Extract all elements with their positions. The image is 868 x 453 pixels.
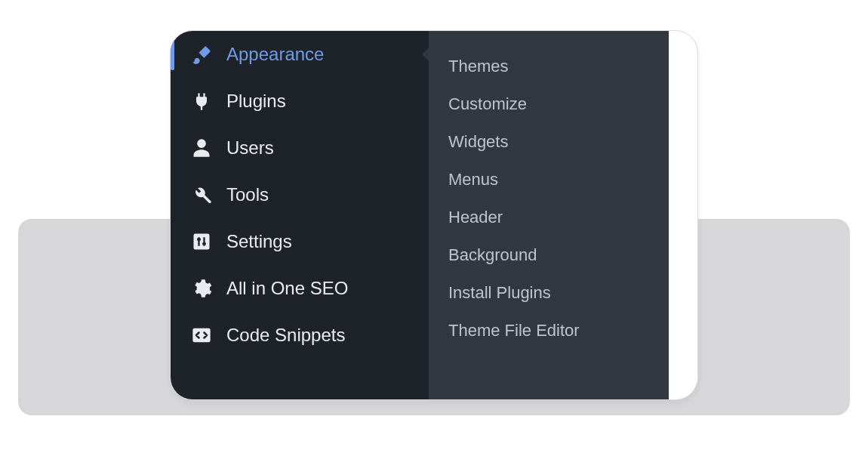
sidebar-item-plugins[interactable]: Plugins	[171, 78, 429, 125]
appearance-submenu: Themes Customize Widgets Menus Header Ba…	[429, 31, 669, 399]
sidebar-item-label: Code Snippets	[226, 325, 345, 346]
code-icon	[190, 324, 213, 347]
plug-icon	[190, 90, 213, 112]
admin-panel-card: Appearance Plugins Users Tools Se	[170, 30, 698, 400]
sidebar-item-label: Users	[226, 137, 274, 159]
sidebar-item-label: Settings	[226, 231, 292, 252]
submenu-item-widgets[interactable]: Widgets	[429, 123, 669, 161]
user-icon	[190, 137, 213, 159]
sliders-icon	[190, 230, 213, 253]
sidebar-item-users[interactable]: Users	[171, 125, 429, 171]
submenu-item-menus[interactable]: Menus	[429, 161, 669, 199]
submenu-item-customize[interactable]: Customize	[429, 85, 669, 123]
sidebar-item-all-in-one-seo[interactable]: All in One SEO	[171, 265, 429, 312]
sidebar-item-label: Plugins	[226, 91, 286, 112]
submenu-item-themes[interactable]: Themes	[429, 48, 669, 85]
sidebar-item-tools[interactable]: Tools	[171, 171, 429, 218]
submenu-item-header[interactable]: Header	[429, 199, 669, 236]
sidebar-item-settings[interactable]: Settings	[171, 218, 429, 265]
svg-rect-0	[194, 234, 210, 250]
sidebar-item-appearance[interactable]: Appearance	[171, 31, 429, 78]
wrench-icon	[190, 183, 213, 206]
submenu-item-background[interactable]: Background	[429, 236, 669, 274]
submenu-item-theme-file-editor[interactable]: Theme File Editor	[429, 312, 669, 350]
sidebar-item-code-snippets[interactable]: Code Snippets	[171, 312, 429, 359]
admin-sidebar: Appearance Plugins Users Tools Se	[171, 31, 429, 399]
sidebar-item-label: Tools	[226, 184, 269, 205]
submenu-item-install-plugins[interactable]: Install Plugins	[429, 274, 669, 312]
svg-rect-2	[202, 242, 206, 245]
sidebar-item-label: Appearance	[226, 44, 324, 65]
gear-icon	[190, 277, 213, 300]
svg-rect-1	[197, 238, 201, 241]
brush-icon	[190, 43, 213, 66]
sidebar-item-label: All in One SEO	[226, 278, 348, 299]
